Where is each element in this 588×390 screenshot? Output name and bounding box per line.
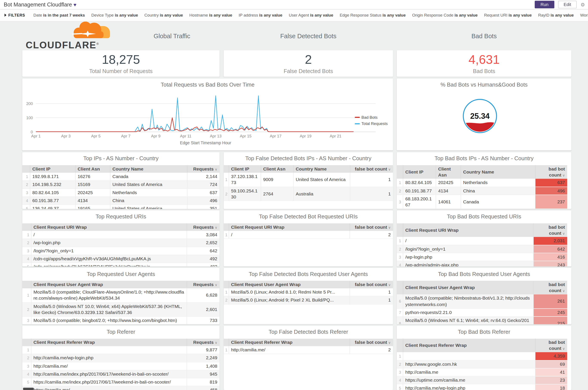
table-row[interactable]: 2Mozilla/5.0 (Windows NT 10.0; Win64; x6… [22, 302, 220, 317]
table-row[interactable]: 4https://uptime.com/camilia.me23 [397, 376, 567, 384]
table-row[interactable]: 2104.198.5.23215169United States of Amer… [22, 181, 220, 189]
table-row[interactable]: 8Mozilla/5.0 (Windows NT 6.1; Win64; x64… [397, 317, 567, 324]
table-row[interactable]: 4/wp-admin/admin-ajax.php243 [397, 261, 567, 267]
data-table: Client Request URI Wrapfalse bot count∨1… [224, 223, 393, 239]
column-header[interactable]: false bot count∨ [350, 165, 393, 173]
table-row[interactable]: 2/wp-login.php2,652 [22, 239, 220, 247]
column-header[interactable]: Client Request Referer Wrap [229, 339, 350, 346]
edit-button[interactable]: Edit [558, 1, 577, 8]
table-row[interactable]: 5136.24.49.3719165United States of Ameri… [22, 205, 220, 209]
legend-item-bad-bots[interactable]: Bad Bots [354, 115, 388, 119]
value-cell: 237 [535, 195, 567, 209]
table-row[interactable]: 260.191.38.774134China496 [397, 187, 567, 195]
filter-item[interactable]: Origin Response Code is any value [412, 13, 478, 17]
filter-item[interactable]: IP address is any value [239, 13, 282, 17]
table-row[interactable]: 368.183.200.16714061Canada237 [397, 195, 567, 209]
column-header[interactable]: bad bot count∨ [535, 339, 567, 352]
gauge-chart[interactable]: 25.34 [397, 79, 572, 150]
column-header[interactable]: false bot count∨ [350, 281, 393, 289]
table-row[interactable]: 6https://camilia.me/458 [22, 386, 220, 390]
table-row[interactable]: 1http://camilia.me/2 [224, 346, 393, 354]
column-header[interactable]: Country Name [293, 165, 350, 173]
table-row[interactable]: 3/wp-login.php416 [397, 253, 567, 261]
filter-item[interactable]: Country is any value [144, 13, 183, 17]
table-row[interactable]: 180.82.64.105202425Netherlands637 [397, 179, 567, 187]
table-row[interactable]: 5http://camilia.me/wp-login.php18 [397, 384, 567, 390]
table-row[interactable]: 5/cdn-cgi/apps/body/3Lh52SjWTQ4HRlErJykH… [22, 263, 220, 267]
column-header[interactable]: Client Asn [75, 165, 110, 173]
data-cell: China [110, 196, 187, 204]
table-row[interactable]: 4http://camilia.me/index.php/2017/06/17/… [22, 370, 220, 378]
table-row[interactable]: 1192.99.8.17116276Canada2,144 [22, 173, 220, 180]
column-header[interactable]: Client IP [229, 165, 261, 173]
filter-item[interactable]: Date is in the past 7 weeks [34, 13, 85, 17]
table-row[interactable]: 7python-requests/2.21.0245 [397, 308, 567, 316]
column-header[interactable]: Client IP [30, 165, 75, 173]
column-header[interactable]: bad bot count∨ [533, 223, 567, 237]
filter-item[interactable]: Request URI is any value [484, 13, 532, 17]
column-header[interactable]: Client Asn [261, 165, 293, 173]
column-header[interactable]: bad bot count∨ [535, 165, 567, 179]
column-header[interactable]: Client Asn [436, 165, 461, 179]
column-header[interactable]: Client Request URI Wrap [31, 223, 187, 231]
column-header[interactable]: Requests∨ [187, 281, 219, 289]
table-row[interactable]: 3Mozilla/5.0 (compatible; bingbot/2.0; +… [22, 317, 220, 324]
table-row[interactable]: 1Mozilla/5.0 (Linux; Android 8.1.0; Redm… [224, 289, 393, 296]
data-cell: United States of America [110, 205, 187, 209]
column-header[interactable]: Requests∨ [187, 339, 219, 346]
table-row[interactable]: 14,359 [397, 352, 567, 360]
filter-item[interactable]: Device Type is any value [91, 13, 138, 17]
table-row[interactable]: 1Mozilla/5.0 (compatible; CloudFlare-Alw… [22, 289, 220, 302]
column-header[interactable]: Client Request Referer Wrap [403, 339, 535, 352]
filters-toggle[interactable]: FILTERS [4, 13, 25, 17]
table-row[interactable]: 3http://camilia.me41 [397, 368, 567, 376]
table-row[interactable]: 1/2 [224, 231, 393, 239]
table-row[interactable]: 1/2,031 [397, 237, 567, 245]
column-header[interactable]: Client Request User Agent Wrap [403, 281, 533, 294]
table-row[interactable]: 5https://camilia.me/index.php/2017/06/17… [22, 378, 220, 386]
column-header[interactable]: Client Request URI Wrap [403, 223, 533, 237]
data-cell: python-requests/2.21.0 [403, 308, 533, 316]
table-row[interactable]: 2http://camilia.me/wp-login.php2,249 [22, 354, 220, 362]
legend-item-total-requests[interactable]: Total Requests [354, 121, 388, 126]
column-header[interactable]: false bot count∨ [350, 223, 393, 231]
column-header[interactable]: Country Name [461, 165, 535, 179]
column-header[interactable]: Client Request User Agent Wrap [229, 281, 350, 289]
panel-title: Top False Detected Bots IPs - AS Number … [224, 155, 393, 161]
column-header[interactable]: false bot count∨ [350, 339, 393, 346]
column-header[interactable]: Country Name [110, 165, 187, 173]
table-row[interactable]: 137.120.138.1739009United States of Amer… [224, 173, 393, 187]
scrollbar-thumb[interactable] [23, 388, 34, 390]
filter-item[interactable]: RayID is any value [538, 13, 574, 17]
column-header[interactable]: Client Request URI Wrap [229, 223, 350, 231]
table-row[interactable]: 19,877 [22, 346, 220, 354]
column-header[interactable]: bad bot count∨ [533, 281, 567, 294]
filter-item[interactable]: Edge Response Status is any value [340, 13, 406, 17]
data-cell: Mozilla/5.0 (compatible; CloudFlare-Alwa… [31, 289, 187, 302]
column-header[interactable]: Client Request User Agent Wrap [31, 281, 187, 289]
filter-item[interactable]: Worker Subrequest is... [580, 13, 588, 17]
table-row[interactable]: 259.100.254.1302764Australia1 [224, 187, 393, 201]
table-row[interactable]: 380.82.64.105202425Netherlands637 [22, 189, 220, 196]
row-number: 2 [397, 360, 403, 368]
filter-item[interactable]: User Agent is any value [289, 13, 333, 17]
table-row[interactable]: 2http://www.google.com.hk69 [397, 360, 567, 368]
line-chart[interactable]: 0100200Apr 1Apr 3Apr 5Apr 7Apr 9Apr 11Ap… [22, 79, 393, 150]
column-header[interactable]: Requests∨ [187, 165, 219, 173]
column-header[interactable]: Client IP [403, 165, 436, 179]
gear-icon[interactable]: ⚙ [581, 2, 585, 7]
table-row[interactable]: 4/cdn-cgi/apps/head/xVgyKhR-vV3dAUGhMqfB… [22, 255, 220, 263]
table-row[interactable]: 6Mozilla/5.0 (compatible; Nimbostratus-B… [397, 294, 567, 308]
table-row[interactable]: 460.191.38.774134China496 [22, 196, 220, 204]
table-row[interactable]: 2/login/?login_only=1642 [397, 245, 567, 253]
table-row[interactable]: 3http://camilia.me/1,408 [22, 362, 220, 370]
table-row[interactable]: 461.160.221.7323650China144 [397, 209, 567, 209]
run-button[interactable]: Run [535, 1, 554, 8]
table-row[interactable]: 1/3,084 [22, 231, 220, 239]
table-row[interactable]: 2Mozilla/5.0 (Linux; Android 9; Pixel 2 … [224, 296, 393, 304]
column-header[interactable]: Requests∨ [187, 223, 219, 231]
filter-item[interactable]: Hostname is any value [190, 13, 232, 17]
column-header[interactable]: Client Request Referer Wrap [31, 339, 187, 346]
table-row[interactable]: 3/login/?login_only=1642 [22, 247, 220, 255]
data-cell: https://camilia.me/ [31, 386, 187, 390]
